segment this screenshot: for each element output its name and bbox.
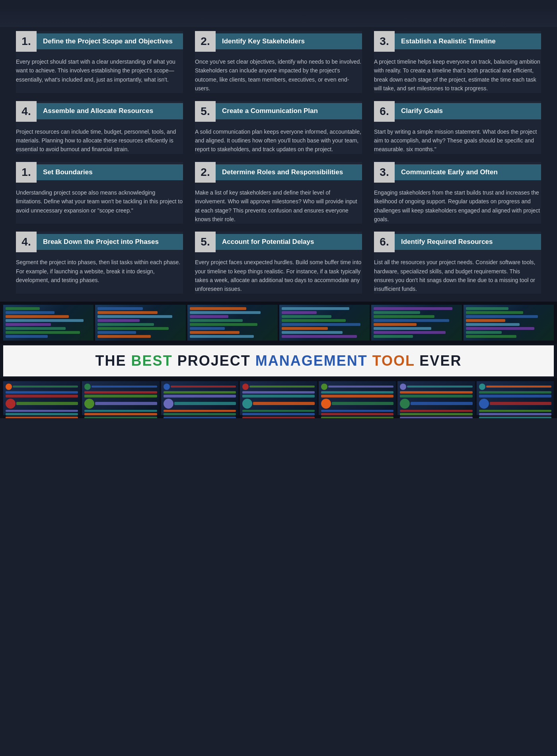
card-number-7: 2. — [195, 162, 216, 183]
card-item-1: 2. Identify Key Stakeholders Once you've… — [195, 31, 362, 93]
card-header-10: 5. Account for Potential Delays — [195, 232, 362, 252]
card-body-10: Every project faces unexpected hurdles. … — [195, 258, 362, 294]
card-title-5: Clarify Goals — [395, 103, 541, 119]
promo-thumb-top-4 — [371, 305, 462, 341]
card-number-1: 2. — [195, 31, 216, 52]
card-header-9: 4. Break Down the Project into Phases — [16, 232, 183, 252]
card-body-2: A project timeline helps keep everyone o… — [374, 57, 541, 93]
card-item-9: 4. Break Down the Project into Phases Se… — [16, 232, 183, 294]
card-item-8: 3. Communicate Early and Often Engaging … — [374, 162, 541, 224]
card-item-11: 6. Identify Required Resources List all … — [374, 232, 541, 294]
card-number-9: 4. — [16, 232, 37, 252]
card-number-2: 3. — [374, 31, 395, 52]
card-title-11: Identify Required Resources — [395, 234, 541, 250]
promo-thumb-bottom-5 — [397, 381, 475, 415]
card-number-3: 4. — [16, 101, 37, 122]
card-item-4: 5. Create a Communication Plan A solid c… — [195, 101, 362, 154]
card-header-3: 4. Assemble and Allocate Resources — [16, 101, 183, 122]
card-body-9: Segment the project into phases, then li… — [16, 258, 183, 284]
card-body-8: Engaging stakeholders from the start bui… — [374, 188, 541, 224]
card-number-11: 6. — [374, 232, 395, 252]
card-header-1: 2. Identify Key Stakeholders — [195, 31, 362, 52]
promo-section: THE BEST PROJECT MANAGEMENT TOOL EVER — [0, 302, 557, 418]
promo-top-grid — [0, 302, 557, 344]
card-number-6: 1. — [16, 162, 37, 183]
card-item-6: 1. Set Boundaries Understanding project … — [16, 162, 183, 224]
promo-thumb-bottom-1 — [82, 381, 159, 415]
card-title-1: Identify Key Stakeholders — [216, 33, 362, 49]
card-title-0: Define the Project Scope and Objectives — [37, 33, 183, 49]
promo-thumb-bottom-6 — [477, 381, 554, 415]
card-item-10: 5. Account for Potential Delays Every pr… — [195, 232, 362, 294]
card-body-3: Project resources can include time, budg… — [16, 127, 183, 154]
card-title-8: Communicate Early and Often — [395, 164, 541, 180]
card-item-5: 6. Clarify Goals Start by writing a simp… — [374, 101, 541, 154]
promo-banner-container: THE BEST PROJECT MANAGEMENT TOOL EVER — [3, 345, 554, 376]
card-body-7: Make a list of key stakeholders and defi… — [195, 188, 362, 224]
card-header-2: 3. Establish a Realistic Timeline — [374, 31, 541, 52]
card-title-9: Break Down the Project into Phases — [37, 234, 183, 250]
promo-thumb-bottom-2 — [161, 381, 238, 415]
card-header-7: 2. Determine Roles and Responsibilities — [195, 162, 362, 183]
card-header-11: 6. Identify Required Resources — [374, 232, 541, 252]
card-body-1: Once you've set clear objectives, identi… — [195, 57, 362, 93]
card-body-0: Every project should start with a clear … — [16, 57, 183, 84]
promo-thumb-bottom-3 — [240, 381, 317, 415]
card-number-4: 5. — [195, 101, 216, 122]
card-body-5: Start by writing a simple mission statem… — [374, 127, 541, 154]
card-title-7: Determine Roles and Responsibilities — [216, 164, 362, 180]
card-body-6: Understanding project scope also means a… — [16, 188, 183, 215]
card-header-4: 5. Create a Communication Plan — [195, 101, 362, 122]
card-body-11: List all the resources your project need… — [374, 258, 541, 294]
card-header-8: 3. Communicate Early and Often — [374, 162, 541, 183]
card-title-6: Set Boundaries — [37, 164, 183, 180]
card-title-10: Account for Potential Delays — [216, 234, 362, 250]
header — [0, 7, 557, 27]
promo-thumb-top-2 — [187, 305, 278, 341]
card-number-5: 6. — [374, 101, 395, 122]
card-title-2: Establish a Realistic Timeline — [395, 33, 541, 49]
promo-thumb-top-3 — [279, 305, 370, 341]
promo-bottom-grid — [0, 378, 557, 418]
card-item-3: 4. Assemble and Allocate Resources Proje… — [16, 101, 183, 154]
watermark — [0, 0, 557, 7]
card-item-0: 1. Define the Project Scope and Objectiv… — [16, 31, 183, 93]
promo-thumb-top-0 — [3, 305, 93, 341]
card-header-5: 6. Clarify Goals — [374, 101, 541, 122]
promo-thumb-bottom-0 — [3, 381, 80, 415]
card-title-4: Create a Communication Plan — [216, 103, 362, 119]
card-number-8: 3. — [374, 162, 395, 183]
card-header-0: 1. Define the Project Scope and Objectiv… — [16, 31, 183, 52]
card-number-10: 5. — [195, 232, 216, 252]
card-title-3: Assemble and Allocate Resources — [37, 103, 183, 119]
promo-thumb-bottom-4 — [319, 381, 396, 415]
promo-thumb-top-1 — [95, 305, 185, 341]
card-number-0: 1. — [16, 31, 37, 52]
cards-grid: 1. Define the Project Scope and Objectiv… — [0, 27, 557, 302]
promo-thumb-top-5 — [464, 305, 554, 341]
card-item-7: 2. Determine Roles and Responsibilities … — [195, 162, 362, 224]
card-item-2: 3. Establish a Realistic Timeline A proj… — [374, 31, 541, 93]
promo-banner-text: THE BEST PROJECT MANAGEMENT TOOL EVER — [7, 353, 550, 369]
card-header-6: 1. Set Boundaries — [16, 162, 183, 183]
card-body-4: A solid communication plan keeps everyon… — [195, 127, 362, 154]
